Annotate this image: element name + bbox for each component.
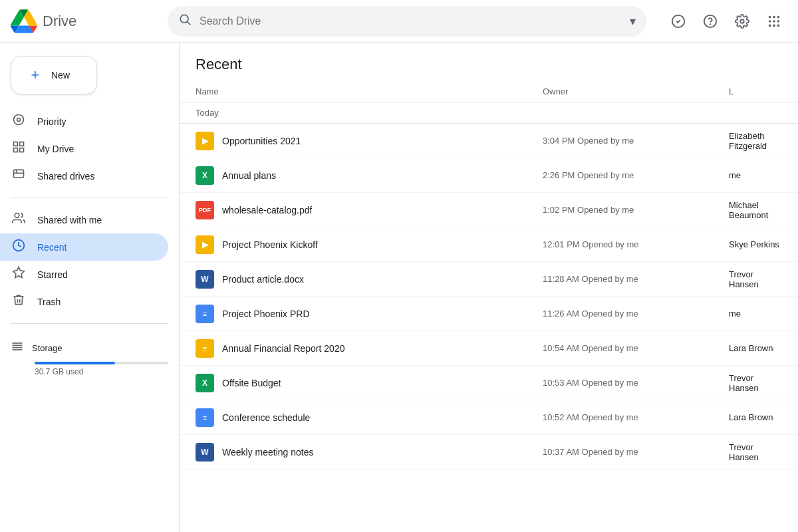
svg-rect-17	[14, 142, 18, 146]
table-row[interactable]: X Offsite Budget 10:53 AM Opened by me T…	[180, 366, 798, 400]
shared-drives-icon	[11, 168, 27, 184]
file-meta: 11:26 AM Opened by me	[543, 309, 729, 319]
app-title: Drive	[43, 13, 76, 30]
file-name: Weekly meeting notes	[222, 447, 313, 458]
settings-button[interactable]	[729, 8, 755, 35]
nav-divider-1	[11, 198, 168, 198]
starred-icon	[11, 266, 27, 283]
plus-icon	[27, 67, 43, 83]
svg-point-0	[180, 15, 188, 23]
help-button[interactable]	[697, 8, 724, 35]
file-name-cell: W Product article.docx	[196, 270, 543, 289]
svg-point-13	[773, 24, 775, 27]
table-row[interactable]: X Annual plans 2:26 PM Opened by me me	[180, 158, 798, 193]
search-input[interactable]	[200, 15, 622, 27]
file-type-icon: PDF	[196, 201, 214, 219]
sidebar-item-shared-drives[interactable]: Shared drives	[0, 162, 168, 190]
file-name: Project Phoenix PRD	[222, 309, 310, 319]
sidebar-item-my-drive[interactable]: My Drive	[0, 135, 168, 162]
page-title: Recent	[196, 56, 782, 73]
sidebar-item-label-recent: Recent	[37, 242, 66, 253]
file-meta: 2:26 PM Opened by me	[543, 170, 729, 180]
shared-with-me-icon	[11, 211, 27, 228]
table-row[interactable]: PDF wholesale-catalog.pdf 1:02 PM Opened…	[180, 193, 798, 227]
priority-icon	[11, 113, 27, 130]
svg-rect-19	[14, 148, 18, 152]
svg-point-8	[777, 15, 780, 18]
sidebar-item-label-my-drive: My Drive	[37, 144, 74, 154]
account-check-button[interactable]	[665, 8, 692, 35]
drive-logo-icon	[11, 8, 37, 35]
file-meta: 12:01 PM Opened by me	[543, 239, 729, 249]
file-owner: me	[729, 170, 782, 180]
search-bar[interactable]: ▾	[168, 6, 646, 37]
file-owner: Lara Brown	[729, 412, 782, 422]
file-list: ▶ Opportunities 2021 3:04 PM Opened by m…	[180, 124, 798, 469]
sidebar-item-label-priority: Priority	[37, 116, 66, 127]
my-drive-icon	[11, 140, 27, 157]
svg-line-1	[188, 22, 191, 25]
sidebar-item-label-starred: Starred	[37, 269, 68, 280]
search-icon	[178, 13, 192, 29]
svg-point-5	[740, 19, 744, 23]
new-button-label: New	[51, 70, 70, 80]
svg-point-7	[773, 15, 775, 18]
col-name-header: Name	[196, 86, 543, 96]
file-owner: me	[729, 309, 782, 319]
file-owner: Lara Brown	[729, 343, 782, 353]
svg-point-24	[15, 213, 19, 218]
apps-button[interactable]	[761, 8, 787, 35]
sidebar-item-shared-with-me[interactable]: Shared with me	[0, 206, 168, 233]
new-button[interactable]: New	[11, 56, 97, 94]
file-type-icon: ▶	[196, 235, 214, 254]
file-owner: Trevor Hansen	[729, 373, 782, 393]
svg-point-6	[769, 15, 771, 18]
sidebar-item-label-shared-drives: Shared drives	[37, 171, 94, 182]
file-owner: Skye Perkins	[729, 239, 782, 249]
sidebar-item-label-trash: Trash	[37, 297, 61, 307]
column-headers: Name Owner L	[180, 81, 798, 102]
table-row[interactable]: ▶ Project Phoenix Kickoff 12:01 PM Opene…	[180, 227, 798, 262]
file-meta: 3:04 PM Opened by me	[543, 136, 729, 146]
table-row[interactable]: W Product article.docx 11:28 AM Opened b…	[180, 262, 798, 297]
svg-point-14	[777, 24, 780, 27]
storage-label: Storage	[11, 340, 168, 356]
file-type-icon: ▶	[196, 132, 214, 150]
main-content: Recent Name Owner L Today ▶ Opportunitie…	[180, 43, 798, 532]
file-name: Annual plans	[222, 170, 276, 181]
search-dropdown-icon[interactable]: ▾	[630, 14, 636, 29]
sidebar-item-priority[interactable]: Priority	[0, 108, 168, 135]
file-name-cell: X Annual plans	[196, 166, 543, 185]
storage-icon	[11, 340, 24, 356]
svg-point-16	[17, 118, 21, 122]
table-row[interactable]: ≡ Annual Financial Report 2020 10:54 AM …	[180, 331, 798, 366]
file-name-cell: ≡ Project Phoenix PRD	[196, 305, 543, 323]
svg-rect-18	[20, 142, 24, 146]
svg-point-10	[773, 20, 775, 23]
file-type-icon: X	[196, 166, 214, 185]
file-name-cell: ≡ Annual Financial Report 2020	[196, 339, 543, 358]
file-meta: 10:54 AM Opened by me	[543, 343, 729, 353]
file-owner: Elizabeth Fitzgerald	[729, 131, 782, 151]
file-meta: 11:28 AM Opened by me	[543, 274, 729, 284]
sidebar-item-trash[interactable]: Trash	[0, 288, 168, 315]
file-name: Conference schedule	[222, 412, 310, 423]
body-layout: New Priority My Drive	[0, 43, 798, 532]
svg-rect-20	[20, 148, 24, 152]
svg-point-12	[769, 24, 771, 27]
nav-divider-2	[11, 323, 168, 324]
table-row[interactable]: W Weekly meeting notes 10:37 AM Opened b…	[180, 435, 798, 469]
table-row[interactable]: ≡ Project Phoenix PRD 11:26 AM Opened by…	[180, 297, 798, 331]
file-name-cell: ▶ Project Phoenix Kickoff	[196, 235, 543, 254]
file-name: Annual Financial Report 2020	[222, 343, 344, 354]
trash-icon	[11, 293, 27, 310]
file-type-icon: ≡	[196, 305, 214, 323]
col-last-header: L	[729, 86, 782, 96]
table-row[interactable]: ≡ Conference schedule 10:52 AM Opened by…	[180, 400, 798, 435]
table-row[interactable]: ▶ Opportunities 2021 3:04 PM Opened by m…	[180, 124, 798, 158]
file-type-icon: ≡	[196, 408, 214, 427]
svg-point-11	[777, 20, 780, 23]
sidebar-item-starred[interactable]: Starred	[0, 261, 168, 288]
file-meta: 10:37 AM Opened by me	[543, 447, 729, 457]
sidebar-item-recent[interactable]: Recent	[0, 233, 168, 261]
